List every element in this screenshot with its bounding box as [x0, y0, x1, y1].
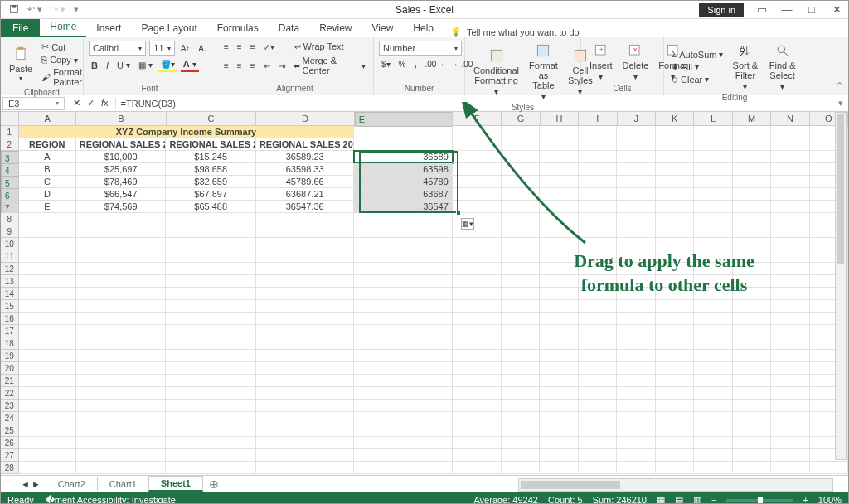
sheet-nav-prev-icon[interactable]: ◄	[21, 479, 30, 489]
cell[interactable]	[579, 350, 617, 362]
row-header[interactable]: 25	[1, 424, 19, 437]
cell[interactable]	[256, 313, 354, 325]
cell[interactable]	[540, 337, 578, 350]
cell[interactable]	[19, 288, 76, 300]
cell[interactable]	[656, 250, 694, 263]
cell[interactable]	[354, 213, 452, 225]
cell[interactable]	[540, 375, 578, 387]
cell[interactable]	[502, 424, 540, 437]
cell[interactable]	[540, 250, 578, 263]
cell[interactable]	[771, 176, 809, 188]
cell[interactable]	[694, 213, 732, 225]
cell[interactable]	[256, 462, 354, 474]
cell[interactable]: REGION	[19, 138, 76, 151]
cell[interactable]	[453, 412, 502, 424]
cell[interactable]	[256, 325, 354, 337]
cell[interactable]	[656, 424, 694, 437]
cell[interactable]	[694, 138, 732, 151]
cell[interactable]	[733, 163, 771, 176]
cell[interactable]	[656, 313, 694, 325]
cell[interactable]	[256, 449, 354, 462]
fx-icon[interactable]: fx	[101, 98, 109, 109]
cell[interactable]	[733, 362, 771, 375]
cell[interactable]	[656, 126, 694, 138]
sign-in-button[interactable]: Sign in	[699, 3, 744, 17]
cell[interactable]	[540, 313, 578, 325]
sheet-tab[interactable]: Chart1	[97, 477, 149, 491]
cell[interactable]	[76, 424, 167, 437]
underline-button[interactable]: U ▾	[114, 60, 133, 71]
cell[interactable]	[453, 288, 502, 300]
font-name-select[interactable]: Calibri▾	[89, 41, 146, 56]
cell[interactable]	[76, 375, 167, 387]
column-header[interactable]: L	[694, 112, 732, 125]
column-header[interactable]: J	[618, 112, 656, 125]
cell[interactable]	[256, 300, 354, 313]
cell[interactable]: 36589.23	[256, 151, 354, 163]
cell[interactable]	[656, 138, 694, 151]
cell[interactable]: 36547.36	[256, 201, 354, 213]
cell[interactable]	[166, 250, 256, 263]
cell[interactable]	[502, 263, 540, 275]
fill-handle[interactable]	[456, 211, 461, 216]
cell[interactable]	[617, 449, 655, 462]
cell[interactable]	[694, 325, 732, 337]
view-pagelayout-icon[interactable]: ▤	[675, 495, 683, 505]
cell[interactable]	[656, 275, 694, 288]
cell[interactable]: $98,658	[166, 163, 256, 176]
cell[interactable]: 36547	[354, 201, 452, 213]
cell[interactable]	[76, 437, 167, 449]
cell[interactable]	[453, 313, 502, 325]
horizontal-scrollbar[interactable]	[518, 478, 833, 492]
cell[interactable]	[694, 424, 732, 437]
cell[interactable]	[733, 412, 771, 424]
cell[interactable]	[733, 400, 771, 412]
cell[interactable]	[76, 337, 167, 350]
cell[interactable]	[733, 201, 771, 213]
cell[interactable]	[733, 250, 771, 263]
cell[interactable]	[453, 325, 502, 337]
increase-indent-icon[interactable]: ⇥	[276, 61, 288, 71]
cell[interactable]	[771, 213, 809, 225]
number-format-select[interactable]: Number▾	[379, 41, 462, 56]
cell[interactable]	[617, 300, 655, 313]
format-painter-button[interactable]: 🖌Format Painter	[39, 66, 85, 88]
cell[interactable]	[656, 337, 694, 350]
cell[interactable]	[617, 138, 655, 151]
row-header[interactable]: 16	[1, 313, 19, 325]
cell[interactable]: $15,245	[166, 151, 256, 163]
cell[interactable]	[256, 437, 354, 449]
cell[interactable]: REGIONAL SALES 2022	[166, 138, 256, 151]
cell[interactable]	[256, 400, 354, 412]
cell[interactable]	[733, 424, 771, 437]
cell[interactable]	[19, 437, 76, 449]
cell[interactable]	[733, 449, 771, 462]
cell[interactable]	[540, 201, 578, 213]
cell[interactable]	[256, 424, 354, 437]
row-header[interactable]: 24	[1, 412, 19, 424]
cell[interactable]: REGIONAL SALES 2023	[256, 138, 354, 151]
cell[interactable]	[540, 362, 578, 375]
cell[interactable]	[579, 176, 617, 188]
row-header[interactable]: 12	[1, 263, 19, 275]
cell[interactable]	[656, 213, 694, 225]
cell[interactable]	[733, 462, 771, 474]
cell[interactable]	[694, 288, 732, 300]
cell[interactable]	[354, 337, 452, 350]
cell[interactable]	[694, 275, 732, 288]
cell[interactable]	[502, 313, 540, 325]
cell[interactable]	[733, 263, 771, 275]
cell[interactable]	[617, 325, 655, 337]
wrap-text-button[interactable]: ↩ Wrap Text	[292, 41, 347, 52]
cell[interactable]	[771, 424, 809, 437]
cell[interactable]	[617, 213, 655, 225]
cell[interactable]	[771, 275, 809, 288]
cell[interactable]	[76, 275, 167, 288]
cell[interactable]	[502, 126, 540, 138]
cell[interactable]	[354, 263, 452, 275]
cell[interactable]	[502, 138, 540, 151]
cell[interactable]	[617, 387, 655, 400]
cell[interactable]	[19, 250, 76, 263]
cell[interactable]: $74,569	[76, 201, 167, 213]
cell[interactable]	[617, 350, 655, 362]
